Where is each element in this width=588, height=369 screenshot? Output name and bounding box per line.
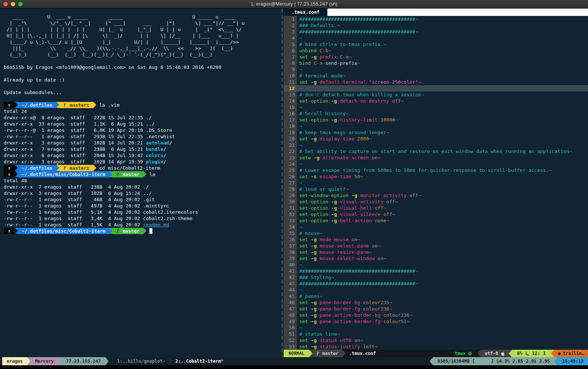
- vim-line[interactable]: 47set·-g·pane-border-fg·colour238¬: [284, 306, 588, 312]
- vim-line[interactable]: 48set·-g·pane-active-border-bg·colour236…: [284, 312, 588, 318]
- vim-line[interactable]: 26set·-s·escape-time·50¬: [284, 173, 588, 180]
- line-number: 33: [284, 217, 297, 224]
- vim-line[interactable]: 36set·-g·mode-mouse·on¬: [284, 236, 588, 243]
- vim-line-text: #·bind·ctrl+a·to·tmux·prefix.¬: [297, 41, 588, 47]
- vim-line[interactable]: 33set-option·-g·bell-action·none¬: [284, 217, 588, 224]
- vim-line[interactable]: 25#·Lower·escape·timing·from·500ms·to·50…: [284, 167, 588, 173]
- vim-line[interactable]: 35#·mouse¬: [284, 230, 588, 236]
- code-token: set: [299, 256, 308, 261]
- code-token: -g: [331, 212, 337, 217]
- vim-line-text: #·panes¬: [297, 293, 588, 299]
- ascii-art-line: |____/ u \_)-\___/ u |_|U |_| U/| | |___…: [4, 39, 239, 45]
- vim-line[interactable]: 18¬: [284, 123, 588, 129]
- vim-line[interactable]: 11set·-g·default-terminal·"screen-256col…: [284, 79, 588, 85]
- vim-line[interactable]: 42###·Styling¬: [284, 274, 588, 280]
- vim-buffer[interactable]: 1#######################################…: [284, 16, 588, 350]
- vim-line[interactable]: 14set-option·-g·detach-on-destroy·off¬: [284, 98, 588, 104]
- prompt-status-segment: ↑: [4, 165, 15, 171]
- ls-columns: -rw-r--r-- 1 eragos staff 497B 4 Aug 20:…: [4, 203, 143, 209]
- vim-line[interactable]: 2###·Defaults.¬: [284, 22, 588, 29]
- vim-line[interactable]: 43######################################…: [284, 280, 588, 287]
- code-token: visual-activity: [340, 199, 383, 205]
- shell-prompt-line[interactable]: ↑~/.dotfiles master±cd misc/Cobalt2-iter…: [0, 165, 281, 171]
- vim-line[interactable]: 52set·-g·status-utf8·on¬: [284, 337, 588, 343]
- vim-line[interactable]: 27¬: [284, 180, 588, 186]
- vim-line-text: ¬: [297, 287, 588, 293]
- code-token: set: [299, 243, 308, 249]
- vim-line[interactable]: 4¬: [284, 35, 588, 41]
- directory-name: plugin: [146, 159, 163, 165]
- tmux-pane-border[interactable]: [281, 9, 284, 357]
- vim-line[interactable]: 1#######################################…: [284, 16, 588, 22]
- shell-prompt-line[interactable]: ↑~/.dotfiles/misc/Cobalt2-iterm master: [0, 228, 281, 234]
- git-branch-icon: [316, 351, 320, 356]
- vim-line[interactable]: 3#######################################…: [284, 29, 588, 35]
- vim-line[interactable]: 50¬: [284, 325, 588, 331]
- vim-line[interactable]: 10#·terminal·mode¬: [284, 73, 588, 79]
- file-name: ./: [146, 114, 152, 121]
- vim-line[interactable]: 40¬: [284, 262, 588, 268]
- vim-line[interactable]: 46set·-g·pane-border-bg·colour235¬: [284, 299, 588, 306]
- vim-line[interactable]: 32set-option·-g·visual-silence·off¬: [284, 211, 588, 217]
- vim-line[interactable]: 44¬: [284, 287, 588, 293]
- vim-pane[interactable]: .tmux.conf 1############################…: [284, 9, 588, 357]
- vim-line[interactable]: 39set·-g·mouse-select-window·on¬: [284, 255, 588, 262]
- vim-line[interactable]: 53set·-g·status-justify·left¬: [284, 343, 588, 350]
- file-link[interactable]: readme.md: [143, 222, 169, 228]
- vim-line[interactable]: 31set-option·-g·visual-bell·off¬: [284, 205, 588, 211]
- shell-prompt-line[interactable]: ↑~/.dotfiles master±la .vim: [0, 102, 281, 108]
- vim-line-text: ¬: [297, 161, 588, 167]
- vim-line[interactable]: 24¬: [284, 161, 588, 167]
- vim-line[interactable]: 5#·bind·ctrl+a·to·tmux·prefix.¬: [284, 41, 588, 47]
- vim-line[interactable]: 17set-option·-g·history-limit·10000¬: [284, 117, 588, 123]
- vim-line[interactable]: 29set-window-option·-g·monitor-activity·…: [284, 192, 588, 199]
- vim-line[interactable]: 21¬: [284, 142, 588, 148]
- vim-tab-tmux-conf[interactable]: .tmux.conf: [284, 9, 327, 16]
- vim-line-text: ¬: [297, 123, 588, 129]
- vim-line[interactable]: 16#·Scroll·History¬: [284, 110, 588, 117]
- vim-line[interactable]: 51#·status·line¬: [284, 331, 588, 337]
- tmux-window-2[interactable]: 2:..Cobalt2-iterm*: [172, 357, 227, 365]
- vim-line[interactable]: 34¬: [284, 224, 588, 230]
- tmux-window-1[interactable]: 1:..kills/gnuplot-: [114, 357, 169, 365]
- vim-line-text: ########################################…: [297, 29, 588, 35]
- vim-line[interactable]: 49set·-g·pane-active-border-fg·colour51¬: [284, 318, 588, 325]
- terminal-line: -rw-r--r-- 1 eragos staff 46B 4 Aug 20:0…: [0, 196, 281, 203]
- apple-icon: [501, 351, 505, 356]
- vim-line[interactable]: 20set·-g·display-time·2000¬: [284, 136, 588, 142]
- vim-line[interactable]: 45#·panes¬: [284, 293, 588, 299]
- prompt-path-segment: ~/.dotfiles: [18, 102, 57, 108]
- vim-line[interactable]: 23setw·-g·alternate-screen·on¬: [284, 154, 588, 161]
- vim-line[interactable]: 7set·-g·prefix·C-a¬: [284, 54, 588, 60]
- ascii-art-line: /| | | | | | | | | | U| |_ u |_"_| U | |…: [4, 26, 242, 33]
- vim-line[interactable]: 13#·don't·detach·tmux·when·killing·a·ses…: [284, 92, 588, 98]
- line-number: 12:: [532, 351, 540, 356]
- code-token: -g: [311, 312, 317, 318]
- vim-line[interactable]: 22#·Set·ability·to·capture·on·start·and·…: [284, 148, 588, 154]
- shell-pane[interactable]: ____ U ___ u _____ _____ _ U _____ u ___…: [0, 9, 281, 357]
- vim-line[interactable]: 37set·-g·mouse-select-pane·on¬: [284, 243, 588, 249]
- vim-line[interactable]: 28#·loud·or·quiet?¬: [284, 186, 588, 192]
- git-branch-icon: [63, 103, 67, 107]
- powerline-arrow: [58, 357, 62, 365]
- shell-prompt-line[interactable]: ↑~/.dotfiles/misc/Cobalt2-iterm masterla: [0, 171, 281, 177]
- command-text: cd misc/Cobalt2-iterm: [99, 165, 160, 171]
- code-token: -g: [331, 205, 337, 211]
- terminal-line: -rw-r--r-- 1 eragos staff 293B 15 Jul 22…: [0, 133, 281, 140]
- vim-line[interactable]: 38set·-g·mouse-resize-pane¬: [284, 249, 588, 255]
- terminal-line: | _"\ \/"_ \/|_ " _| |" ___| ___ |"| \| …: [0, 20, 281, 26]
- code-token: unbind: [299, 48, 317, 53]
- file-name: ../: [143, 190, 152, 196]
- ascii-art-line: ____ U ___ u _____ _____ _ U _____ u ___…: [4, 14, 236, 20]
- vim-line[interactable]: 8bind·C-a·send-prefix¬: [284, 60, 588, 66]
- vim-line[interactable]: 6unbind·C-b¬: [284, 47, 588, 54]
- vim-line[interactable]: 12¬: [284, 85, 588, 92]
- vim-line-text: set·-g·pane-active-border-bg·colour236¬: [297, 312, 588, 318]
- vim-line[interactable]: 30set-option·-g·visual-activity·off¬: [284, 199, 588, 205]
- vim-line[interactable]: 15¬: [284, 104, 588, 110]
- vim-line[interactable]: 41######################################…: [284, 268, 588, 274]
- vim-line[interactable]: 19#·keep·tmux·msgs·around·longer¬: [284, 129, 588, 136]
- vim-line[interactable]: 9¬: [284, 66, 588, 73]
- line-number: 17: [284, 117, 297, 123]
- code-token: -g: [311, 237, 317, 242]
